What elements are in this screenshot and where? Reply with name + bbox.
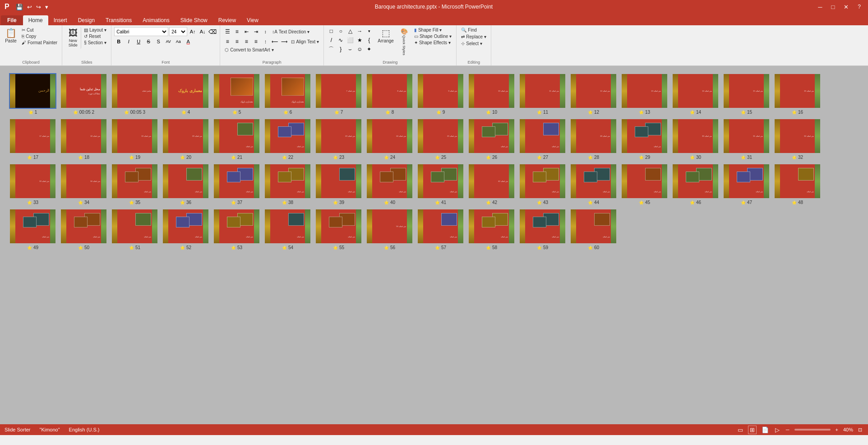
list-item[interactable]: متن اسلاید⭐59 bbox=[519, 209, 566, 250]
justify-button[interactable]: ≡ bbox=[251, 37, 260, 46]
clear-format-button[interactable]: ⌫ bbox=[208, 27, 217, 36]
find-button[interactable]: 🔍 Find bbox=[459, 27, 478, 33]
list-item[interactable]: متن اسلاید⭐48 bbox=[774, 163, 821, 205]
list-item[interactable]: متن اسلاید 16⭐16 bbox=[774, 73, 821, 115]
font-size-select[interactable]: 24 bbox=[169, 27, 187, 36]
decrease-indent-button[interactable]: ⇤ bbox=[242, 27, 251, 36]
replace-button[interactable]: ⇄ Replace ▾ bbox=[459, 34, 488, 40]
list-item[interactable]: متن اسلاید 25⭐25 bbox=[417, 118, 464, 160]
list-item[interactable]: متن اسلاید⭐55 bbox=[315, 209, 362, 250]
brace-shape-button[interactable]: ⌣ bbox=[346, 45, 355, 53]
tab-animations[interactable]: Animations bbox=[137, 15, 175, 25]
list-item[interactable]: متن اسلاید 20⭐20 bbox=[162, 118, 209, 160]
tab-home[interactable]: Home bbox=[23, 15, 48, 25]
list-item[interactable]: متن اسلاید 8⭐8 bbox=[366, 73, 413, 115]
list-item[interactable]: متن اسلاید 24⭐24 bbox=[366, 118, 413, 160]
list-item[interactable]: متن اسلاید 15⭐15 bbox=[723, 73, 770, 115]
shape-effects-button[interactable]: ✦ Shape Effects ▾ bbox=[412, 40, 453, 46]
list-item[interactable]: معماری باروک⭐4 bbox=[162, 73, 209, 115]
align-left-button[interactable]: ≡ bbox=[223, 37, 232, 46]
close-button[interactable]: ✕ bbox=[839, 2, 853, 12]
list-item[interactable]: متن اسلاید 10⭐10 bbox=[468, 73, 515, 115]
list-item[interactable]: متن اسلاید⭐38 bbox=[264, 163, 311, 205]
normal-view-button[interactable]: ▭ bbox=[736, 426, 744, 434]
font-name-select[interactable]: Calibri bbox=[114, 27, 168, 36]
quick-styles-button[interactable]: 🎨 Quick Styles bbox=[398, 27, 411, 56]
chevron-shape-button[interactable]: ⌒ bbox=[327, 45, 336, 53]
shape-more-button[interactable]: ▾ bbox=[365, 27, 374, 35]
list-item[interactable]: متن اسلاید 23⭐23 bbox=[315, 118, 362, 160]
italic-button[interactable]: I bbox=[124, 37, 133, 46]
list-item[interactable]: متن اسلاید⭐52 bbox=[162, 209, 209, 250]
list-item[interactable]: متن اسلاید 34⭐34 bbox=[60, 163, 107, 205]
shape-fill-button[interactable]: ▮ Shape Fill ▾ bbox=[412, 27, 453, 33]
list-item[interactable]: متن اسلاید⭐22 bbox=[264, 118, 311, 160]
font-color-button[interactable]: A bbox=[184, 37, 193, 46]
list-item[interactable]: متن اسلاید⭐44 bbox=[570, 163, 617, 205]
rtl-button[interactable]: ⟵ bbox=[270, 37, 279, 46]
list-item[interactable]: نمایش اسلاید⭐00:05 3 bbox=[111, 73, 158, 115]
list-item[interactable]: متن اسلاید⭐60 bbox=[570, 209, 617, 250]
convert-smartart-button[interactable]: ⬡ Convert to SmartArt ▾ bbox=[223, 47, 275, 53]
select-button[interactable]: ⊹ Select ▾ bbox=[459, 41, 484, 46]
save-button[interactable]: 💾 bbox=[14, 3, 24, 11]
fit-slide-button[interactable]: ⊡ bbox=[857, 427, 863, 433]
char-spacing-button[interactable]: AV bbox=[164, 37, 173, 46]
layout-button[interactable]: ▤ Layout ▾ bbox=[82, 27, 108, 33]
align-center-button[interactable]: ≡ bbox=[232, 37, 241, 46]
slide-sorter[interactable]: الرحمن⭐1محل تدلین شمامطالب دوره⭐00:05 2ن… bbox=[0, 66, 868, 424]
bullets-button[interactable]: ☰ bbox=[223, 27, 232, 36]
list-item[interactable]: متن اسلاید 32⭐32 bbox=[774, 118, 821, 160]
shadow-button[interactable]: S bbox=[154, 37, 163, 46]
zoom-slider[interactable] bbox=[794, 429, 831, 431]
bracket-shape-button[interactable]: } bbox=[336, 45, 345, 53]
callout-shape-button[interactable]: ⬜ bbox=[346, 36, 355, 44]
copy-button[interactable]: ⎘ Copy bbox=[20, 33, 59, 39]
line-shape-button[interactable]: / bbox=[327, 36, 336, 44]
tab-review[interactable]: Review bbox=[213, 15, 241, 25]
list-item[interactable]: معماری باروک⭐5 bbox=[213, 73, 260, 115]
tab-insert[interactable]: Insert bbox=[48, 15, 73, 25]
list-item[interactable]: متن اسلاید 18⭐18 bbox=[60, 118, 107, 160]
arrange-button[interactable]: ⬚ Arrange bbox=[375, 27, 396, 45]
tab-slide-show[interactable]: Slide Show bbox=[175, 15, 213, 25]
ltr-button[interactable]: ⟶ bbox=[280, 37, 289, 46]
arrow-shape-button[interactable]: → bbox=[355, 27, 364, 35]
underline-button[interactable]: U bbox=[134, 37, 143, 46]
decrease-font-button[interactable]: A↓ bbox=[198, 27, 207, 36]
reset-button[interactable]: ↺ Reset bbox=[82, 33, 108, 39]
list-item[interactable]: متن اسلاید 19⭐19 bbox=[111, 118, 158, 160]
list-item[interactable]: محل تدلین شمامطالب دوره⭐00:05 2 bbox=[60, 73, 107, 115]
rect-shape-button[interactable]: □ bbox=[327, 27, 336, 35]
cut-button[interactable]: ✂ Cut bbox=[20, 27, 59, 33]
strikethrough-button[interactable]: S bbox=[144, 37, 153, 46]
smiley-shape-button[interactable]: ☺ bbox=[355, 45, 364, 53]
list-item[interactable]: متن اسلاید 30⭐30 bbox=[672, 118, 719, 160]
list-item[interactable]: متن اسلاید 9⭐9 bbox=[417, 73, 464, 115]
change-case-button[interactable]: Aa bbox=[174, 37, 183, 46]
list-item[interactable]: الرحمن⭐1 bbox=[9, 73, 56, 115]
list-item[interactable]: متن اسلاید 17⭐17 bbox=[9, 118, 56, 160]
list-item[interactable]: متن اسلاید⭐37 bbox=[213, 163, 260, 205]
list-item[interactable]: متن اسلاید⭐21 bbox=[213, 118, 260, 160]
format-painter-button[interactable]: 🖌 Format Painter bbox=[20, 40, 59, 46]
list-item[interactable]: متن اسلاید⭐53 bbox=[213, 209, 260, 250]
zoom-in-button[interactable]: + bbox=[834, 427, 840, 432]
line-spacing-button[interactable]: ↕ bbox=[261, 27, 270, 36]
list-item[interactable]: معماری باروک⭐6 bbox=[264, 73, 311, 115]
list-item[interactable]: متن اسلاید 13⭐13 bbox=[621, 73, 668, 115]
tab-transitions[interactable]: Transitions bbox=[100, 15, 137, 25]
list-item[interactable]: متن اسلاید⭐41 bbox=[417, 163, 464, 205]
bold-button[interactable]: B bbox=[114, 37, 123, 46]
oval-shape-button[interactable]: ○ bbox=[336, 27, 345, 35]
tab-design[interactable]: Design bbox=[73, 15, 100, 25]
list-item[interactable]: متن اسلاید⭐35 bbox=[111, 163, 158, 205]
new-slide-button[interactable]: 🖼 New Slide bbox=[65, 27, 81, 49]
align-text-button[interactable]: ⊡ Align Text ▾ bbox=[289, 39, 321, 45]
list-item[interactable]: متن اسلاید⭐54 bbox=[264, 209, 311, 250]
numbering-button[interactable]: ≡ bbox=[232, 27, 241, 36]
list-item[interactable]: متن اسلاید⭐49 bbox=[9, 209, 56, 250]
list-item[interactable]: متن اسلاید 31⭐31 bbox=[723, 118, 770, 160]
list-item[interactable]: متن اسلاید 11⭐11 bbox=[519, 73, 566, 115]
list-item[interactable]: متن اسلاید 12⭐12 bbox=[570, 73, 617, 115]
